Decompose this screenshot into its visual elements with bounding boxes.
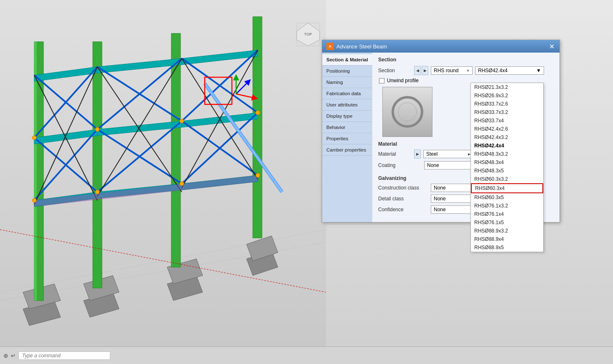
- svg-point-51: [95, 190, 99, 194]
- detail-class-value: None: [434, 196, 446, 202]
- sidebar-item-section-material[interactable]: Section & Material: [322, 54, 372, 66]
- dropdown-item-rhs60c[interactable]: RHSØ60.3x5: [471, 193, 543, 202]
- confidence-label: Confidence: [378, 207, 428, 212]
- svg-point-52: [180, 182, 184, 186]
- command-icon: ↵: [11, 352, 16, 359]
- sidebar-item-positioning[interactable]: Positioning: [322, 66, 372, 77]
- svg-point-50: [32, 198, 36, 202]
- dropdown-item-rhs60b[interactable]: RHSØ60.3x4: [471, 183, 543, 193]
- sidebar-item-behavior[interactable]: Behavior: [322, 122, 372, 133]
- svg-point-54: [32, 136, 36, 140]
- snap-icon: ⊕: [3, 352, 8, 359]
- dropdown-item-rhs42a[interactable]: RHSØ42.4x2.6: [471, 125, 543, 133]
- dropdown-item-rhs42c[interactable]: RHSØ42.4x4: [471, 142, 543, 150]
- section-type-combo[interactable]: RHS round ▼: [431, 66, 473, 75]
- dropdown-item-rhs76b[interactable]: RHSØ76.1x4: [471, 210, 543, 218]
- dialog-sidebar: Section & MaterialPositioningNamingFabri…: [322, 53, 372, 222]
- beam-dialog: A Advance Steel Beam ✕ Section & Materia…: [322, 40, 560, 222]
- dropdown-item-rhs21[interactable]: RHSØ21.3x3.2: [471, 83, 543, 91]
- section-value-text: RHSØ42.4x4: [478, 68, 508, 73]
- material-value: Steel: [426, 151, 437, 157]
- sidebar-item-camber[interactable]: Camber properties: [322, 144, 372, 156]
- svg-point-57: [256, 111, 260, 115]
- dialog-title: Advance Steel Beam: [336, 43, 387, 50]
- section-nav-forward[interactable]: ▶: [422, 66, 428, 75]
- right-arrow-icon: ▶: [424, 68, 427, 73]
- sidebar-item-display-type[interactable]: Display type: [322, 111, 372, 122]
- section-preview: [382, 87, 432, 137]
- sidebar-item-fabrication[interactable]: Fabrication data: [322, 88, 372, 99]
- dropdown-item-rhs33b[interactable]: RHSØ33.7x3.2: [471, 108, 543, 116]
- sidebar-item-naming[interactable]: Naming: [322, 77, 372, 88]
- sidebar-item-properties[interactable]: Properties: [322, 133, 372, 144]
- coating-value: None: [427, 162, 439, 168]
- svg-rect-13: [93, 42, 102, 288]
- dropdown-item-rhs26[interactable]: RHSØ26.9x3.2: [471, 91, 543, 100]
- dialog-main: Section Section ◀ ▶ RHS round: [372, 53, 560, 222]
- section-dropdown-list[interactable]: RHSØ21.3x3.2RHSØ26.9x3.2RHSØ33.7x2.6RHSØ…: [471, 83, 544, 252]
- detail-class-label: Detail class: [378, 196, 428, 202]
- dropdown-item-rhs33a[interactable]: RHSØ33.7x2.6: [471, 100, 543, 108]
- coating-label: Coating: [378, 162, 412, 168]
- dropdown-item-rhs88a[interactable]: RHSØ88.9x3.2: [471, 227, 543, 235]
- section-combo-arrow-icon: ▼: [536, 68, 541, 73]
- dropdown-item-rhs60a[interactable]: RHSØ60.3x3.2: [471, 175, 543, 183]
- statusbar: ⊕ ↵: [0, 346, 613, 364]
- material-arrow-icon: ▶: [416, 152, 419, 156]
- dropdown-item-rhs88c[interactable]: RHSØ88.9x5: [471, 243, 543, 252]
- left-arrow-icon: ◀: [416, 68, 419, 73]
- sidebar-item-user-attributes[interactable]: User attributes: [322, 99, 372, 111]
- dropdown-item-rhs33c[interactable]: RHSØ33.7x4: [471, 116, 543, 125]
- command-input[interactable]: [18, 351, 110, 360]
- dropdown-item-rhs48b[interactable]: RHSØ48.3x4: [471, 158, 543, 167]
- combo-arrow-icon: ▼: [466, 69, 470, 73]
- svg-text:TOP: TOP: [304, 32, 312, 36]
- dropdown-item-rhs76c[interactable]: RHSØ76.1x5: [471, 218, 543, 227]
- section-value-combo[interactable]: RHSØ42.4x4 ▼ RHSØ21.3x3.2RHSØ26.9x3.2RHS…: [475, 66, 544, 75]
- section-label: Section: [378, 68, 412, 73]
- dropdown-item-rhs48a[interactable]: RHSØ48.3x3.2: [471, 150, 543, 158]
- close-button[interactable]: ✕: [548, 43, 555, 50]
- dropdown-item-rhs76a[interactable]: RHSØ76.1x3.2: [471, 202, 543, 210]
- svg-point-55: [95, 127, 99, 131]
- svg-point-63: [398, 103, 417, 121]
- material-combo[interactable]: Steel ▶: [423, 150, 473, 158]
- svg-point-53: [256, 173, 260, 177]
- construction-class-label: Construction class: [378, 185, 428, 191]
- dropdown-item-rhs88b[interactable]: RHSØ88.9x4: [471, 235, 543, 243]
- dropdown-item-rhs48c[interactable]: RHSØ48.3x5: [471, 167, 543, 175]
- dropdown-item-rhs42b[interactable]: RHSØ42.4x3.2: [471, 133, 543, 142]
- confidence-value: None: [434, 207, 446, 212]
- material-label: Material: [378, 151, 412, 157]
- dialog-titlebar: A Advance Steel Beam ✕: [322, 40, 560, 53]
- section-nav-back[interactable]: ◀: [414, 66, 421, 75]
- unwind-label: Unwind profile: [387, 78, 419, 83]
- material-nav[interactable]: ▶: [414, 149, 421, 159]
- section-type-value: RHS round: [434, 68, 458, 73]
- svg-point-62: [393, 97, 422, 126]
- construction-class-value: None: [434, 185, 446, 191]
- section-group-title: Section: [378, 57, 554, 63]
- svg-point-56: [180, 119, 184, 123]
- app-logo: A: [326, 43, 334, 50]
- unwind-checkbox[interactable]: [379, 78, 384, 83]
